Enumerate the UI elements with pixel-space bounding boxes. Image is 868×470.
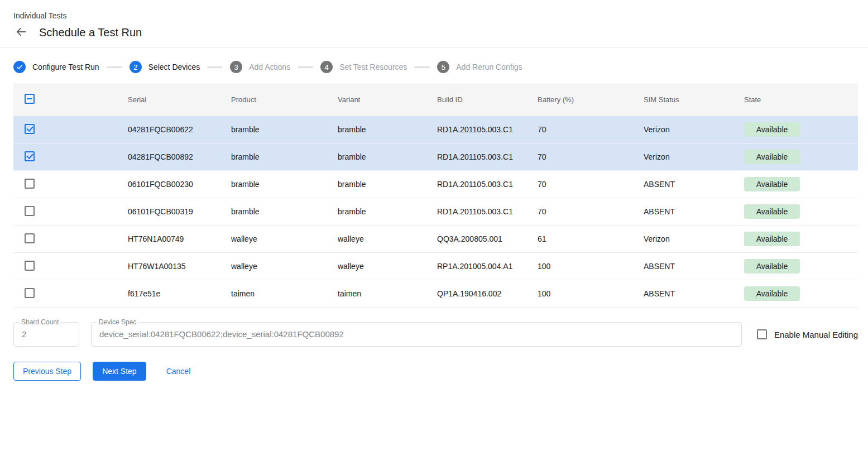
next-step-button[interactable]: Next Step [93,362,146,381]
table-header-row: Serial Product Variant Build ID Battery … [13,83,858,116]
step-label: Set Test Resources [339,63,407,71]
battery-cell: 70 [538,180,644,189]
device-spec-field: Device Spec device_serial:04281FQCB00622… [91,322,742,347]
device-table: Serial Product Variant Build ID Battery … [13,83,858,308]
step-set-test-resources[interactable]: 4 Set Test Resources [320,61,407,73]
step-label: Select Devices [148,63,200,71]
table-row: 06101FQCB00319 bramble bramble RD1A.2011… [13,198,858,226]
step-label: Add Rerun Configs [456,63,522,71]
column-header-sim-status: SIM Status [644,95,744,104]
enable-manual-editing-toggle[interactable]: Enable Manual Editing [757,329,858,339]
serial-cell: 06101FQCB00230 [128,180,231,189]
step-connector [207,66,223,68]
row-checkbox[interactable] [25,206,35,216]
variant-cell: walleye [338,234,437,243]
serial-cell: HT76N1A00749 [128,234,231,243]
table-row: 04281FQCB00892 bramble bramble RD1A.2011… [13,143,858,171]
shard-count-field: Shard Count 2 [13,322,79,347]
device-spec-label: Device Spec [97,318,138,326]
variant-cell: bramble [338,180,437,189]
column-header-serial: Serial [128,95,231,104]
row-checkbox[interactable] [25,288,35,298]
state-badge: Available [744,204,800,219]
check-icon [16,64,23,70]
build-id-cell: RD1A.201105.003.C1 [437,207,538,216]
serial-cell: f617e51e [128,289,231,298]
step-add-actions[interactable]: 3 Add Actions [230,61,290,73]
battery-cell: 61 [538,234,644,243]
state-badge: Available [744,259,800,274]
table-row: HT76W1A00135 walleye walleye RP1A.201005… [13,253,858,280]
column-header-state: State [744,95,858,104]
serial-cell: 06101FQCB00319 [128,207,231,216]
build-id-cell: RP1A.201005.004.A1 [437,262,538,271]
build-id-cell: RD1A.201105.003.C1 [437,125,538,134]
step-select-devices[interactable]: 2 Select Devices [130,61,200,73]
product-cell: taimen [231,289,338,298]
battery-cell: 100 [538,262,644,271]
row-checkbox[interactable] [25,233,35,243]
sim-status-cell: Verizon [644,234,744,243]
previous-step-button[interactable]: Previous Step [13,362,81,381]
build-id-cell: QP1A.190416.002 [437,289,538,298]
device-spec-value: device_serial:04281FQCB00622;device_seri… [92,323,741,339]
page-header: Individual Tests Schedule a Test Run [0,0,868,47]
step-5-circle: 5 [437,61,449,73]
step-label: Add Actions [249,63,290,71]
step-connector [107,66,122,68]
state-badge: Available [744,122,800,137]
step-4-circle: 4 [320,61,333,73]
table-row: HT76N1A00749 walleye walleye QQ3A.200805… [13,226,858,253]
variant-cell: walleye [338,262,437,271]
state-badge: Available [744,150,800,164]
sim-status-cell: Verizon [644,125,744,134]
build-id-cell: QQ3A.200805.001 [437,234,538,243]
variant-cell: bramble [338,125,437,134]
step-connector [298,66,313,68]
back-arrow-icon [15,26,27,40]
battery-cell: 70 [538,125,644,134]
step-2-circle: 2 [130,61,142,73]
serial-cell: 04281FQCB00892 [128,152,231,161]
variant-cell: bramble [338,152,437,161]
row-checkbox[interactable] [25,151,35,161]
table-row: 04281FQCB00622 bramble bramble RD1A.2011… [13,116,858,143]
row-checkbox[interactable] [25,261,35,271]
back-button[interactable] [13,25,29,40]
sim-status-cell: Verizon [644,152,744,161]
product-cell: bramble [231,207,338,216]
state-badge: Available [744,286,800,301]
product-cell: bramble [231,152,338,161]
row-checkbox[interactable] [25,124,35,134]
form-row: Shard Count 2 Device Spec device_serial:… [13,322,858,347]
product-cell: walleye [231,262,338,271]
enable-manual-editing-label: Enable Manual Editing [774,330,858,339]
page-title: Schedule a Test Run [39,26,142,39]
build-id-cell: RD1A.201105.003.C1 [437,152,538,161]
table-body: 04281FQCB00622 bramble bramble RD1A.2011… [13,116,858,308]
sim-status-cell: ABSENT [644,207,744,216]
table-row: 06101FQCB00230 bramble bramble RD1A.2011… [13,171,858,198]
build-id-cell: RD1A.201105.003.C1 [437,180,538,189]
product-cell: bramble [231,125,338,134]
step-1-circle [13,61,26,73]
state-badge: Available [744,232,800,246]
step-configure-test-run[interactable]: Configure Test Run [13,61,99,73]
column-header-product: Product [231,95,338,104]
row-checkbox[interactable] [25,179,35,189]
step-label: Configure Test Run [32,63,99,71]
stepper: Configure Test Run 2 Select Devices 3 Ad… [0,47,868,83]
enable-manual-editing-checkbox[interactable] [757,329,767,339]
step-connector [414,66,430,68]
sim-status-cell: ABSENT [644,180,744,189]
serial-cell: 04281FQCB00622 [128,125,231,134]
cancel-button[interactable]: Cancel [157,362,200,381]
product-cell: walleye [231,234,338,243]
battery-cell: 100 [538,289,644,298]
sim-status-cell: ABSENT [644,289,744,298]
column-header-battery: Battery (%) [538,95,644,104]
product-cell: bramble [231,180,338,189]
step-add-rerun-configs[interactable]: 5 Add Rerun Configs [437,61,522,73]
select-all-checkbox[interactable] [25,94,35,104]
serial-cell: HT76W1A00135 [128,262,231,271]
